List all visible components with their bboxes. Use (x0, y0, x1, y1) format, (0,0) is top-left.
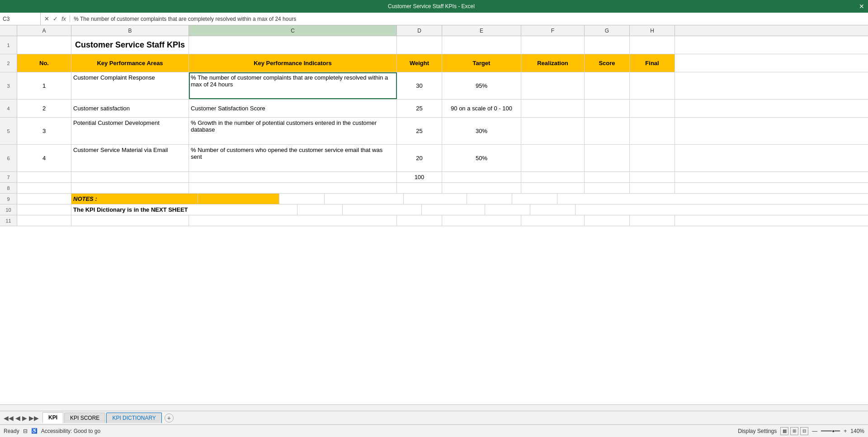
cell-b6[interactable]: Customer Service Material via Email (71, 145, 189, 171)
cell-h5[interactable] (630, 118, 675, 144)
cell-a6[interactable]: 4 (17, 145, 71, 171)
cell-d3[interactable]: 30 (397, 72, 442, 99)
cell-f7[interactable] (521, 172, 585, 182)
cell-b3[interactable]: Customer Complaint Response (71, 72, 189, 99)
cell-a8[interactable] (17, 183, 71, 193)
cell-h3[interactable] (630, 72, 675, 99)
col-header-b[interactable]: B (71, 25, 189, 36)
cell-d8[interactable] (397, 183, 442, 193)
header-target[interactable]: Target (442, 54, 521, 72)
cell-h8[interactable] (630, 183, 675, 193)
header-realization[interactable]: Realization (521, 54, 585, 72)
cell-d10[interactable] (297, 204, 343, 215)
cell-a10[interactable] (17, 204, 71, 215)
cell-a3[interactable]: 1 (17, 72, 71, 99)
cancel-icon[interactable]: ✕ (43, 15, 50, 22)
cell-g5[interactable] (585, 118, 630, 144)
function-icon[interactable]: fx (61, 15, 67, 22)
cell-d1[interactable] (397, 36, 442, 54)
cell-b8[interactable] (71, 183, 189, 193)
cell-b1[interactable]: Customer Service Staff KPIs (71, 36, 189, 54)
cell-h11[interactable] (630, 215, 675, 226)
cell-e3[interactable]: 95% (442, 72, 521, 99)
cell-f8[interactable] (521, 183, 585, 193)
cell-g1[interactable] (585, 36, 630, 54)
cell-b4[interactable]: Customer satisfaction (71, 100, 189, 117)
cell-f11[interactable] (521, 215, 585, 226)
col-header-g[interactable]: G (585, 25, 630, 36)
cell-e5[interactable]: 30% (442, 118, 521, 144)
header-kpi[interactable]: Key Performance Indicators (189, 54, 397, 72)
col-header-h[interactable]: H (630, 25, 675, 36)
col-header-d[interactable]: D (397, 25, 442, 36)
cell-b10[interactable]: The KPI Dictionary is in the NEXT SHEET (71, 204, 297, 215)
cell-d11[interactable] (397, 215, 442, 226)
col-header-f[interactable]: F (521, 25, 585, 36)
cell-h6[interactable] (630, 145, 675, 171)
cell-c6[interactable]: % Number of customers who opened the cus… (189, 145, 397, 171)
window-close[interactable]: ✕ (859, 3, 864, 10)
cell-d5[interactable]: 25 (397, 118, 442, 144)
cell-b9-notes[interactable]: NOTES : (71, 194, 198, 204)
cell-d4[interactable]: 25 (397, 100, 442, 117)
confirm-icon[interactable]: ✓ (52, 15, 59, 22)
cell-a11[interactable] (17, 215, 71, 226)
cell-e4[interactable]: 90 on a scale of 0 - 100 (442, 100, 521, 117)
cell-b11[interactable] (71, 215, 189, 226)
cell-a1[interactable] (17, 36, 71, 54)
cell-d7[interactable]: 100 (397, 172, 442, 182)
cell-f1[interactable] (521, 36, 585, 54)
cell-a5[interactable]: 3 (17, 118, 71, 144)
cell-f3[interactable] (521, 72, 585, 99)
cell-c11[interactable] (189, 215, 397, 226)
cell-d9[interactable] (279, 194, 325, 204)
cell-h10[interactable] (530, 204, 576, 215)
header-weight[interactable]: Weight (397, 54, 442, 72)
cell-c8[interactable] (189, 183, 397, 193)
cell-c4[interactable]: Customer Satisfaction Score (189, 100, 397, 117)
cell-c3[interactable]: % The number of customer complaints that… (189, 72, 397, 99)
cell-e11[interactable] (442, 215, 521, 226)
cell-e7[interactable] (442, 172, 521, 182)
cell-g4[interactable] (585, 100, 630, 117)
cell-d6[interactable]: 20 (397, 145, 442, 171)
header-kpa[interactable]: Key Performance Areas (71, 54, 189, 72)
cell-f4[interactable] (521, 100, 585, 117)
col-header-a[interactable]: A (17, 25, 71, 36)
header-final[interactable]: Final (630, 54, 675, 72)
cell-h1[interactable] (630, 36, 675, 54)
cell-e1[interactable] (442, 36, 521, 54)
cell-f10[interactable] (422, 204, 485, 215)
cell-g9[interactable] (467, 194, 512, 204)
cell-h7[interactable] (630, 172, 675, 182)
cell-a7[interactable] (17, 172, 71, 182)
cell-f5[interactable] (521, 118, 585, 144)
cell-e10[interactable] (343, 204, 422, 215)
cell-e9[interactable] (325, 194, 404, 204)
cell-c9-notes-bg[interactable] (198, 194, 279, 204)
cell-g11[interactable] (585, 215, 630, 226)
cell-f9[interactable] (404, 194, 467, 204)
cell-f6[interactable] (521, 145, 585, 171)
cell-a4[interactable]: 2 (17, 100, 71, 117)
cell-g3[interactable] (585, 72, 630, 99)
header-score[interactable]: Score (585, 54, 630, 72)
cell-a9[interactable] (17, 194, 71, 204)
cell-reference-box[interactable]: C3 (0, 13, 41, 25)
cell-c5[interactable]: % Growth in the number of potential cust… (189, 118, 397, 144)
cell-e6[interactable]: 50% (442, 145, 521, 171)
cell-g6[interactable] (585, 145, 630, 171)
cell-g8[interactable] (585, 183, 630, 193)
cell-g7[interactable] (585, 172, 630, 182)
col-header-e[interactable]: E (442, 25, 521, 36)
cell-h9[interactable] (512, 194, 557, 204)
header-no[interactable]: No. (17, 54, 71, 72)
cell-b7[interactable] (71, 172, 189, 182)
cell-h4[interactable] (630, 100, 675, 117)
cell-c7[interactable] (189, 172, 397, 182)
cell-b5[interactable]: Potential Customer Development (71, 118, 189, 144)
cell-g10[interactable] (485, 204, 530, 215)
cell-c1[interactable] (189, 36, 397, 54)
col-header-c[interactable]: C (189, 25, 397, 36)
cell-e8[interactable] (442, 183, 521, 193)
